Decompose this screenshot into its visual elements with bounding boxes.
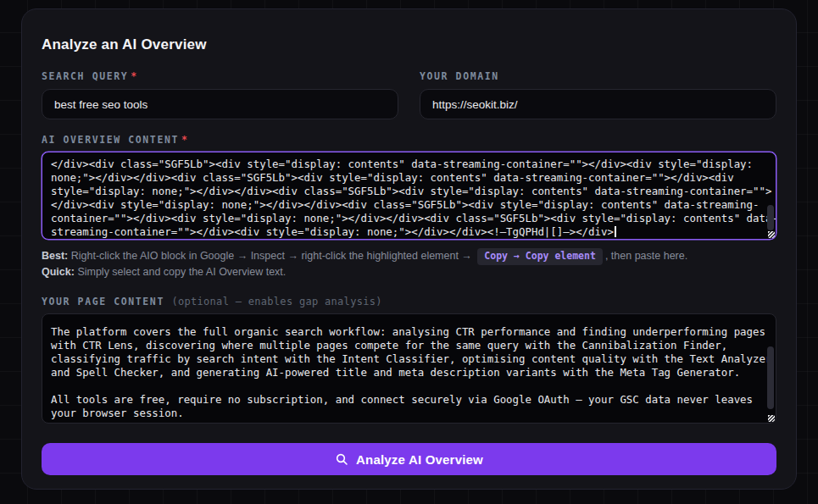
analyze-ai-overview-button[interactable]: Analyze AI Overview bbox=[42, 443, 776, 475]
page-content-line: All tools are free, require no subscript… bbox=[51, 393, 767, 407]
page-content-textarea[interactable]: The platform covers the full organic sea… bbox=[42, 313, 776, 424]
aio-content-line: container=""></div><div style="display: … bbox=[51, 212, 767, 225]
page-content-line: your browser session. bbox=[51, 407, 767, 420]
aio-resize-grip[interactable] bbox=[768, 231, 775, 238]
your-domain-input[interactable] bbox=[420, 89, 776, 119]
page-content-line: The platform covers the full organic sea… bbox=[51, 325, 767, 339]
query-domain-row: SEARCH QUERY* YOUR DOMAIN bbox=[42, 70, 776, 119]
page-content-line bbox=[51, 379, 767, 393]
page-content-resize-grip[interactable] bbox=[768, 415, 775, 422]
search-query-input[interactable] bbox=[42, 89, 398, 119]
copy-element-chip: Copy → Copy element bbox=[477, 248, 603, 265]
page-content-label-note: (optional — enables gap analysis) bbox=[171, 296, 381, 307]
search-query-label: SEARCH QUERY* bbox=[42, 70, 398, 82]
analyze-button-label: Analyze AI Overview bbox=[356, 452, 483, 467]
page-content-label: YOUR PAGE CONTENT (optional — enables ga… bbox=[42, 296, 776, 307]
search-query-field-group: SEARCH QUERY* bbox=[42, 70, 398, 119]
search-icon bbox=[335, 452, 348, 466]
page-content-line: with CTR Lens, discovering where multipl… bbox=[51, 339, 767, 352]
aio-content-textarea[interactable]: </div><div class="SGF5Lb"><div style="di… bbox=[42, 152, 776, 240]
aio-content-line: streaming-container=""></div><div style=… bbox=[51, 225, 767, 239]
helper-best-line: Best: Right-click the AIO block in Googl… bbox=[42, 248, 776, 265]
helper-quick-line: Quick: Simply select and copy the AI Ove… bbox=[42, 265, 776, 280]
aio-content-line: </div><div style="display: none;"></div>… bbox=[51, 198, 767, 212]
aio-content-line: style="display: none;"></div></div><div … bbox=[51, 185, 767, 198]
analyze-form-card: Analyze an AI Overview SEARCH QUERY* YOU… bbox=[21, 8, 797, 490]
page-content-scrollbar-thumb[interactable] bbox=[767, 346, 774, 409]
page-content-line: classifying traffic by search intent wit… bbox=[51, 352, 767, 366]
your-domain-field-group: YOUR DOMAIN bbox=[420, 70, 776, 119]
text-cursor bbox=[615, 226, 616, 237]
your-domain-label: YOUR DOMAIN bbox=[420, 70, 776, 82]
aio-content-line: </div><div class="SGF5Lb"><div style="di… bbox=[51, 158, 767, 171]
required-asterisk: * bbox=[131, 70, 138, 82]
page-content-line: and Spell Checker, and generating AI-pow… bbox=[51, 366, 767, 379]
aio-content-label: AI OVERVIEW CONTENT* bbox=[42, 134, 776, 146]
aio-helper-text: Best: Right-click the AIO block in Googl… bbox=[42, 248, 776, 280]
page-title: Analyze an AI Overview bbox=[42, 36, 776, 53]
required-asterisk: * bbox=[181, 134, 189, 146]
aio-content-line: none;"></div></div><div class="SGF5Lb"><… bbox=[51, 171, 767, 185]
aio-scrollbar-thumb[interactable] bbox=[767, 205, 774, 230]
aio-content-section: AI OVERVIEW CONTENT* </div><div class="S… bbox=[42, 134, 776, 280]
page-content-section: YOUR PAGE CONTENT (optional — enables ga… bbox=[42, 296, 776, 424]
